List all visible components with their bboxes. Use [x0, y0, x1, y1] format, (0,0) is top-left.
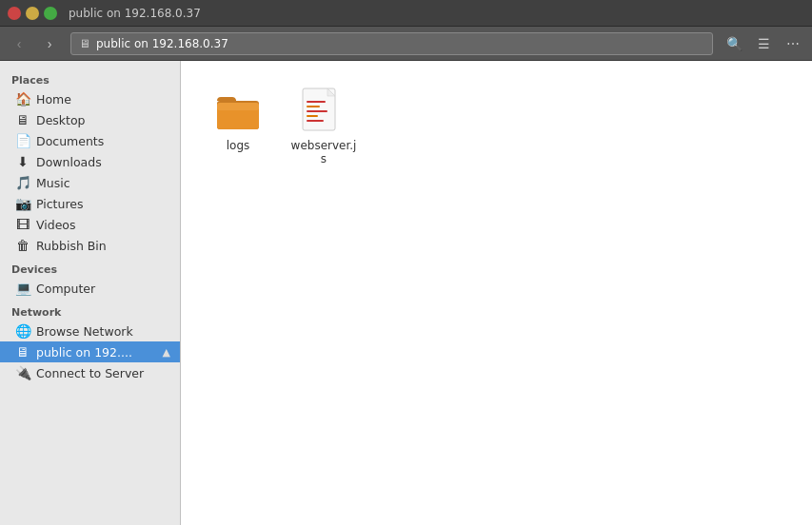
downloads-icon: ⬇: [15, 154, 30, 169]
sidebar-item-pictures[interactable]: 📷 Pictures: [0, 193, 180, 214]
documents-icon: 📄: [15, 133, 30, 148]
back-button[interactable]: ‹: [6, 31, 32, 56]
sidebar-item-documents[interactable]: 📄 Documents: [0, 130, 180, 151]
connect-icon: 🔌: [15, 365, 30, 380]
sidebar-item-home[interactable]: 🏠 Home: [0, 88, 180, 109]
js-file-icon-webserver: [301, 88, 347, 133]
sidebar-item-computer[interactable]: 💻 Computer: [0, 278, 180, 299]
search-button[interactable]: 🔍: [721, 31, 747, 56]
svg-rect-2: [217, 103, 259, 110]
maximize-button[interactable]: [44, 7, 57, 20]
sidebar: Places 🏠 Home 🖥 Desktop 📄 Documents ⬇ Do…: [0, 61, 181, 525]
desktop-icon: 🖥: [15, 112, 30, 127]
sidebar-item-public-server[interactable]: 🖥 public on 192.... ▲: [0, 341, 180, 362]
sidebar-item-music[interactable]: 🎵 Music: [0, 172, 180, 193]
rubbish-bin-icon: 🗑: [15, 238, 30, 253]
sidebar-label-music: Music: [36, 176, 172, 190]
places-header: Places: [0, 70, 180, 88]
file-name-webserver-js: webserver.js: [289, 139, 358, 165]
sidebar-label-desktop: Desktop: [36, 113, 172, 127]
sidebar-item-downloads[interactable]: ⬇ Downloads: [0, 151, 180, 172]
toolbar-right: 🔍 ☰ ⋯: [721, 31, 806, 56]
file-item-logs[interactable]: logs: [200, 80, 276, 160]
menu-button[interactable]: ☰: [750, 31, 777, 56]
sidebar-item-browse-network[interactable]: 🌐 Browse Network: [0, 321, 180, 341]
svg-rect-5: [307, 106, 320, 107]
sidebar-label-computer: Computer: [36, 282, 172, 296]
browse-network-icon: 🌐: [15, 323, 30, 339]
file-item-webserver-js[interactable]: webserver.js: [286, 80, 362, 173]
svg-rect-7: [307, 115, 318, 117]
main-area: Places 🏠 Home 🖥 Desktop 📄 Documents ⬇ Do…: [0, 61, 812, 525]
devices-header: Devices: [0, 260, 180, 278]
sidebar-item-connect-to-server[interactable]: 🔌 Connect to Server: [0, 362, 180, 383]
sidebar-label-documents: Documents: [36, 134, 172, 148]
location-text: public on 192.168.0.37: [96, 37, 228, 50]
computer-icon: 💻: [15, 281, 30, 296]
sidebar-item-videos[interactable]: 🎞 Videos: [0, 214, 180, 235]
eject-button[interactable]: ▲: [161, 346, 172, 359]
location-bar[interactable]: 🖥 public on 192.168.0.37: [70, 32, 713, 55]
pictures-icon: 📷: [15, 196, 30, 211]
home-icon: 🏠: [15, 91, 30, 107]
sidebar-label-rubbish-bin: Rubbish Bin: [36, 239, 172, 253]
videos-icon: 🎞: [15, 217, 30, 232]
sidebar-label-public-server: public on 192....: [36, 345, 155, 360]
title-bar: public on 192.168.0.37: [0, 0, 812, 27]
sidebar-label-videos: Videos: [36, 218, 172, 232]
sidebar-label-downloads: Downloads: [36, 155, 172, 169]
location-icon: 🖥: [79, 37, 90, 50]
music-icon: 🎵: [15, 175, 30, 190]
network-header: Network: [0, 302, 180, 321]
toolbar: ‹ › 🖥 public on 192.168.0.37 🔍 ☰ ⋯: [0, 27, 812, 61]
minimize-button[interactable]: [26, 7, 39, 20]
grid-button[interactable]: ⋯: [780, 31, 806, 56]
window-title: public on 192.168.0.37: [69, 7, 201, 20]
sidebar-label-home: Home: [36, 92, 172, 107]
svg-rect-8: [307, 120, 324, 122]
close-button[interactable]: [8, 7, 21, 20]
sidebar-item-desktop[interactable]: 🖥 Desktop: [0, 109, 180, 130]
server-icon: 🖥: [15, 344, 30, 360]
sidebar-label-connect-to-server: Connect to Server: [36, 366, 172, 380]
window-controls[interactable]: [8, 7, 57, 20]
folder-icon-logs: [215, 88, 261, 133]
svg-rect-4: [307, 101, 326, 103]
sidebar-label-browse-network: Browse Network: [36, 324, 172, 339]
file-area: logs webserver.js: [181, 61, 812, 525]
forward-button[interactable]: ›: [36, 31, 63, 56]
svg-rect-6: [307, 110, 327, 112]
file-name-logs: logs: [227, 139, 250, 152]
sidebar-item-rubbish-bin[interactable]: 🗑 Rubbish Bin: [0, 235, 180, 256]
sidebar-label-pictures: Pictures: [36, 197, 172, 211]
